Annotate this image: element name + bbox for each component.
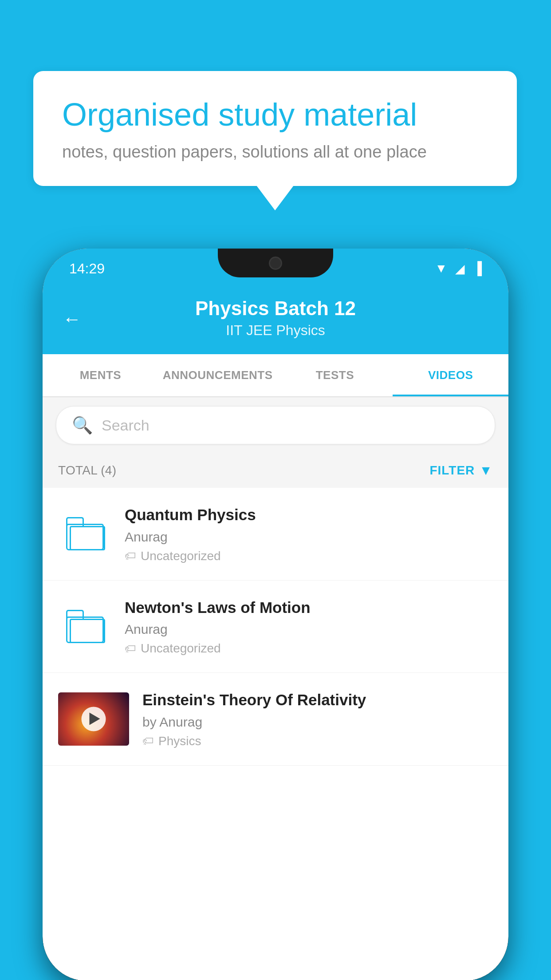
video-thumbnail: [58, 692, 129, 746]
total-count: TOTAL (4): [58, 463, 116, 478]
video-list: Quantum Physics Anurag 🏷 Uncategorized: [43, 488, 508, 766]
folder-icon: [66, 517, 104, 550]
header-subtitle: IIT JEE Physics: [65, 322, 486, 339]
tab-announcements[interactable]: ANNOUNCEMENTS: [158, 354, 277, 396]
camera-icon: [269, 257, 282, 270]
bubble-title: Organised study material: [62, 95, 488, 134]
search-icon: 🔍: [72, 415, 93, 435]
tab-documents[interactable]: MENTS: [43, 354, 158, 396]
video-author: Anurag: [125, 622, 493, 637]
status-time: 14:29: [69, 261, 105, 277]
folder-icon-wrap: [58, 517, 111, 550]
folder-icon: [66, 610, 104, 643]
list-item[interactable]: Newton's Laws of Motion Anurag 🏷 Uncateg…: [43, 581, 508, 673]
status-icons: ▼ ◢ ▐: [435, 261, 482, 276]
phone-frame: 14:29 ▼ ◢ ▐ ← Physics Batch 12 IIT JEE P…: [43, 249, 508, 980]
video-title: Einstein's Theory Of Relativity: [142, 690, 493, 710]
tag-icon: 🏷: [125, 549, 136, 563]
back-button[interactable]: ←: [63, 308, 81, 330]
video-author: by Anurag: [142, 715, 493, 730]
phone-notch: [218, 249, 333, 277]
video-info: Einstein's Theory Of Relativity by Anura…: [142, 690, 493, 748]
tag-icon: 🏷: [125, 642, 136, 656]
video-tag: 🏷 Physics: [142, 734, 493, 748]
tab-videos[interactable]: VIDEOS: [393, 354, 508, 396]
folder-icon-wrap: [58, 610, 111, 643]
play-button-overlay[interactable]: [82, 707, 106, 731]
video-tag: 🏷 Uncategorized: [125, 641, 493, 656]
play-icon: [89, 713, 100, 725]
video-title: Quantum Physics: [125, 505, 493, 525]
video-info: Quantum Physics Anurag 🏷 Uncategorized: [125, 505, 493, 563]
search-placeholder: Search: [102, 417, 150, 434]
bubble-subtitle: notes, question papers, solutions all at…: [62, 142, 488, 162]
list-item[interactable]: Quantum Physics Anurag 🏷 Uncategorized: [43, 488, 508, 581]
signal-icon: ◢: [455, 261, 465, 276]
wifi-icon: ▼: [435, 261, 447, 276]
list-item[interactable]: Einstein's Theory Of Relativity by Anura…: [43, 673, 508, 766]
header-title: Physics Batch 12: [65, 297, 486, 320]
video-title: Newton's Laws of Motion: [125, 597, 493, 618]
battery-icon: ▐: [473, 261, 482, 276]
filter-icon: ▼: [479, 463, 493, 478]
search-bar[interactable]: 🔍 Search: [56, 406, 495, 444]
tag-icon: 🏷: [142, 734, 154, 748]
phone-screen: 14:29 ▼ ◢ ▐ ← Physics Batch 12 IIT JEE P…: [43, 249, 508, 980]
video-author: Anurag: [125, 530, 493, 545]
app-header: ← Physics Batch 12 IIT JEE Physics: [43, 284, 508, 354]
filter-button[interactable]: FILTER ▼: [429, 463, 493, 478]
phone-shell: 14:29 ▼ ◢ ▐ ← Physics Batch 12 IIT JEE P…: [43, 249, 508, 980]
video-tag: 🏷 Uncategorized: [125, 549, 493, 563]
video-info: Newton's Laws of Motion Anurag 🏷 Uncateg…: [125, 597, 493, 656]
search-container: 🔍 Search: [43, 397, 508, 453]
filter-row: TOTAL (4) FILTER ▼: [43, 453, 508, 488]
tab-tests[interactable]: TESTS: [277, 354, 393, 396]
speech-bubble: Organised study material notes, question…: [33, 71, 517, 186]
tabs-bar: MENTS ANNOUNCEMENTS TESTS VIDEOS: [43, 354, 508, 397]
